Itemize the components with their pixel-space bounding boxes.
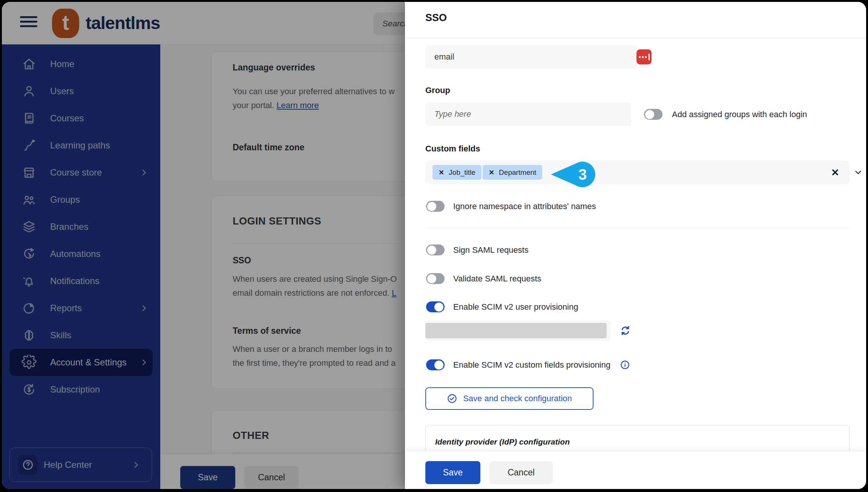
- email-attribute-field: [425, 45, 637, 69]
- custom-fields-label: Custom fields: [425, 144, 480, 154]
- screenshot-stage: t talentlms Home Users Courses: [0, 0, 868, 492]
- ignore-namespace-label: Ignore namespace in attributes' names: [453, 202, 596, 211]
- enable-scim-custom-fields-toggle[interactable]: [426, 359, 445, 370]
- ignore-namespace-toggle[interactable]: [426, 201, 445, 212]
- add-assigned-groups-label: Add assigned groups with each login: [672, 110, 807, 119]
- email-attribute-input[interactable]: [425, 45, 637, 69]
- divider: [425, 228, 850, 228]
- validate-saml-toggle[interactable]: [426, 273, 445, 284]
- chip-remove-icon[interactable]: ✕: [439, 168, 444, 177]
- refresh-icon[interactable]: [620, 325, 631, 336]
- chip-remove-icon[interactable]: ✕: [489, 168, 494, 177]
- annotation-badge-number: 3: [578, 166, 587, 183]
- add-assigned-groups-toggle[interactable]: [644, 109, 663, 120]
- clear-selection-icon[interactable]: ✕: [829, 166, 842, 179]
- info-icon[interactable]: [620, 360, 630, 370]
- save-and-check-button[interactable]: Save and check configuration: [425, 387, 593, 410]
- enable-scim-user-toggle[interactable]: [426, 301, 445, 312]
- sign-saml-label: Sign SAML requests: [453, 245, 529, 255]
- chip-label: Job_title: [449, 168, 475, 177]
- annotation-badge-3: 3: [551, 162, 595, 187]
- drawer-title: SSO: [425, 12, 447, 24]
- sign-saml-toggle[interactable]: [426, 244, 445, 255]
- idp-configuration-title: Identity provider (IdP) configuration: [435, 437, 570, 446]
- drawer-save-button[interactable]: Save: [425, 461, 480, 484]
- chevron-down-icon[interactable]: [853, 168, 863, 177]
- scim-url-field[interactable]: [425, 320, 611, 341]
- enable-scim-custom-fields-label: Enable SCIM v2 custom fields provisionin…: [453, 360, 610, 370]
- app-window: t talentlms Home Users Courses: [2, 2, 866, 489]
- validate-saml-label: Validate SAML requests: [453, 274, 541, 284]
- check-circle-icon: [447, 393, 457, 404]
- custom-fields-select[interactable]: ✕ Job_title ✕ Department ✕: [425, 160, 850, 184]
- group-field: [425, 102, 631, 126]
- sso-drawer: SSO Group Add assigned groups with each …: [405, 2, 866, 489]
- group-input[interactable]: [425, 102, 631, 126]
- drawer-footer: Save Cancel: [405, 451, 866, 489]
- chip-department[interactable]: ✕ Department: [483, 165, 542, 180]
- group-label: Group: [425, 86, 450, 95]
- save-and-check-label: Save and check configuration: [463, 394, 572, 403]
- enable-scim-user-label: Enable SCIM v2 user provisioning: [453, 302, 578, 312]
- chip-label: Department: [499, 168, 536, 177]
- redacted-value: [425, 323, 607, 338]
- chip-job-title[interactable]: ✕ Job_title: [432, 165, 482, 180]
- divider: [405, 38, 866, 38]
- drawer-cancel-button[interactable]: Cancel: [489, 461, 553, 484]
- password-manager-icon[interactable]: [636, 49, 652, 64]
